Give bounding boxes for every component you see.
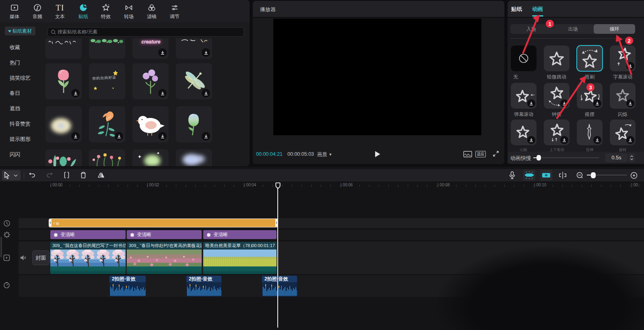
svg-text:2: 2: [627, 38, 630, 44]
svg-text:3: 3: [589, 85, 592, 91]
svg-text:1: 1: [548, 21, 551, 27]
